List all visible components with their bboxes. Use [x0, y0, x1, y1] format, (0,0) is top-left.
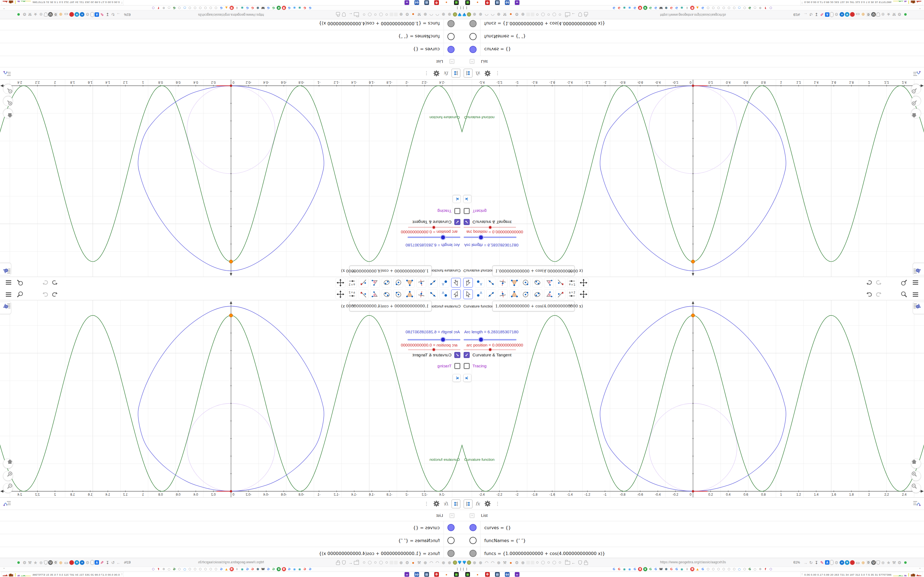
red-badge-icon[interactable]: [69, 12, 74, 17]
wrench-icon[interactable]: ⚒: [27, 13, 32, 17]
gear-icon[interactable]: ⚙: [85, 561, 90, 565]
tool-polygon-button[interactable]: [405, 278, 415, 288]
pinned-tab-map-icon[interactable]: [462, 13, 466, 16]
puzzle-icon[interactable]: ✯: [33, 561, 38, 565]
mouse-gesture-icon[interactable]: [90, 560, 94, 565]
url-text[interactable]: https://www.geogebra.org/classic/aagcxh3…: [176, 13, 286, 17]
algebra-style-toggle[interactable]: [912, 500, 922, 508]
mouse-gesture-icon[interactable]: [830, 12, 834, 17]
firefox-icon[interactable]: ●: [508, 13, 514, 17]
page-zoom-level[interactable]: 61%: [124, 13, 131, 16]
tab-dot[interactable]: [552, 561, 556, 564]
bookmark-favicon[interactable]: ⬡: [151, 567, 155, 571]
shield-icon[interactable]: [342, 13, 346, 17]
arc-icon[interactable]: ◠: [490, 561, 495, 565]
tool-reflect-button[interactable]: [556, 289, 565, 299]
shield-icon[interactable]: [578, 561, 582, 565]
bookmark-favicon[interactable]: G: [303, 6, 307, 10]
app-firefox-icon[interactable]: ●: [475, 572, 480, 577]
tab-dot[interactable]: [379, 13, 383, 16]
bookmark-favicon[interactable]: G: [250, 567, 255, 571]
puzzle-icon[interactable]: ✯: [886, 13, 891, 17]
shield-icon[interactable]: [342, 561, 346, 565]
curvature-tangent-checkbox[interactable]: ✓: [454, 219, 460, 225]
download-icon[interactable]: ↧: [105, 13, 110, 17]
wrench-icon[interactable]: ⚒: [502, 13, 507, 17]
tab-dot[interactable]: [559, 561, 561, 564]
algebra-style-toggle[interactable]: [912, 69, 922, 77]
marker-icon[interactable]: ✎: [100, 13, 105, 17]
globe-icon[interactable]: ⊕: [399, 561, 404, 565]
tool-circle-button[interactable]: [521, 278, 531, 288]
bookmark-favicon[interactable]: ⬡: [198, 567, 202, 571]
tab-dot[interactable]: [559, 13, 561, 16]
bookmark-favicon[interactable]: ○: [167, 567, 171, 571]
bookmark-favicon[interactable]: ⬡: [722, 6, 726, 10]
bookmark-favicon[interactable]: ○: [753, 567, 757, 571]
undo-button[interactable]: [50, 290, 60, 299]
arc-length-slider[interactable]: [407, 237, 460, 238]
redo-button[interactable]: [874, 290, 883, 299]
app-monitor-icon[interactable]: ▤: [424, 572, 429, 577]
bookmark-favicon[interactable]: f: [157, 6, 161, 10]
tool-circle-button[interactable]: [393, 289, 403, 299]
tool-perpendicular-button[interactable]: [498, 278, 508, 288]
curve-combo-select[interactable]: 1.000000000000 + cos(4.000000000000 x): [349, 266, 432, 276]
algebra-panel-toggle[interactable]: [0, 263, 11, 275]
lock-icon[interactable]: [336, 12, 340, 15]
add-extension-icon[interactable]: +: [840, 12, 844, 17]
tracing-checkbox[interactable]: [464, 363, 470, 369]
globe-icon[interactable]: ⊕: [447, 13, 452, 17]
algebra-list-header[interactable]: − List: [462, 510, 924, 521]
zoom-in-button[interactable]: [3, 471, 13, 481]
tool-slider-button[interactable]: a = 2: [347, 278, 357, 288]
tool-slider-button[interactable]: a = 2: [567, 278, 577, 288]
gear-icon[interactable]: ⚙: [85, 13, 90, 17]
tree-view-button[interactable]: [452, 500, 460, 508]
bookmark-favicon[interactable]: ⬟: [256, 6, 260, 10]
bookmark-favicon[interactable]: G: [612, 567, 616, 571]
tool-point-button[interactable]: A: [475, 278, 485, 288]
arc-position-slider-knob[interactable]: [432, 348, 436, 351]
visibility-marble[interactable]: [447, 550, 455, 557]
tool-ellipse-button[interactable]: [382, 278, 392, 288]
app-terminal-icon[interactable]: ▣: [465, 572, 470, 577]
tool-move-view-button[interactable]: [336, 289, 346, 299]
download-icon[interactable]: ↧: [814, 13, 819, 17]
bookmark-favicon[interactable]: G: [245, 6, 249, 10]
bookmark-favicon[interactable]: Я: [229, 567, 234, 571]
curvature-tangent-checkbox[interactable]: ✓: [454, 352, 460, 358]
bookmark-favicon[interactable]: ⬡: [732, 567, 736, 571]
bookmark-favicon[interactable]: G: [271, 6, 276, 10]
forward-icon[interactable]: →: [803, 13, 808, 17]
bookmark-favicon[interactable]: ○: [753, 6, 757, 10]
bookmark-favicon[interactable]: ❦: [643, 6, 647, 10]
settings-button[interactable]: [432, 69, 441, 77]
tab-dot[interactable]: [368, 13, 372, 16]
algebra-row-funcNames[interactable]: funcNames = {″ ″}: [462, 534, 924, 547]
settings-gear-icon[interactable]: ⚙: [22, 13, 27, 17]
zoom-in-button[interactable]: [3, 96, 13, 106]
tool-line-button[interactable]: [486, 289, 496, 299]
tool-perpendicular-button[interactable]: [416, 278, 426, 288]
reload-icon[interactable]: ↻: [809, 561, 813, 565]
wrench-icon[interactable]: ⚒: [417, 13, 422, 17]
graphics-view[interactable]: -2.4-2.2-2-1.8-1.6-1.4-1.2-1-0.8-0.6-0.4…: [0, 300, 462, 498]
bookmark-favicon[interactable]: ⬟: [256, 567, 260, 571]
tool-ellipse-button[interactable]: [382, 289, 392, 299]
marker-icon[interactable]: ✎: [100, 561, 105, 565]
system-monitor[interactable]: ⌃⌃ 0.06 0.00 0.17 0.89 20 263 721 34 187…: [800, 572, 923, 577]
bookmark-favicon[interactable]: Я: [690, 567, 695, 571]
bookmark-favicon[interactable]: ⬡: [188, 6, 192, 10]
arc-icon[interactable]: ◠: [490, 13, 495, 17]
visibility-marble[interactable]: [447, 46, 455, 53]
bookmark-favicon[interactable]: ◉: [622, 6, 627, 10]
algebra-list-header[interactable]: − List: [0, 510, 462, 521]
tool-polygon-button[interactable]: [405, 289, 415, 299]
fx-button[interactable]: fx: [442, 69, 451, 77]
ud-shield-icon[interactable]: U: [871, 12, 876, 17]
undo-button[interactable]: [864, 278, 874, 287]
bookmark-favicon[interactable]: ⚙: [162, 567, 166, 571]
tracing-checkbox[interactable]: [464, 208, 470, 214]
bookmark-favicon[interactable]: G: [287, 6, 291, 10]
